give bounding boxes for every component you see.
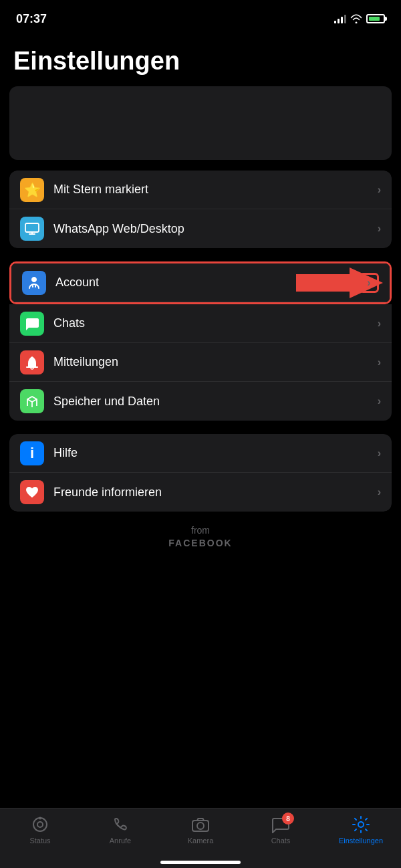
settings-group-3: i Hilfe › Freunde informieren ›	[9, 434, 392, 512]
invite-row[interactable]: Freunde informieren ›	[9, 473, 392, 512]
status-tab-icon	[31, 815, 49, 834]
battery-icon	[366, 14, 385, 23]
help-label: Hilfe	[53, 446, 378, 460]
status-time: 07:37	[16, 12, 47, 26]
notifications-label: Mitteilungen	[53, 355, 378, 369]
notifications-row[interactable]: Mitteilungen ›	[9, 343, 392, 382]
notifications-chevron: ›	[378, 356, 381, 368]
storage-row[interactable]: Speicher und Daten ›	[9, 382, 392, 421]
chats-badge: 8	[282, 812, 294, 825]
settings-tab-icon	[352, 815, 370, 834]
tab-camera[interactable]: Kamera	[160, 815, 241, 845]
chats-icon	[20, 312, 44, 336]
camera-tab-label: Kamera	[188, 837, 214, 845]
help-chevron: ›	[378, 447, 381, 459]
chats-row[interactable]: Chats ›	[9, 304, 392, 343]
camera-tab-icon	[191, 815, 210, 834]
web-icon	[20, 217, 44, 241]
svg-point-12	[197, 823, 204, 829]
tab-bar: Status Anrufe Kamera 8 Chats	[0, 808, 401, 868]
notifications-icon	[20, 350, 44, 374]
page-title: Einstellungen	[0, 33, 401, 86]
account-chevron-box: ›	[359, 273, 379, 293]
help-icon: i	[20, 441, 44, 465]
storage-chevron: ›	[378, 395, 381, 407]
storage-label: Speicher und Daten	[53, 395, 378, 409]
settings-tab-label: Einstellungen	[339, 837, 383, 845]
svg-rect-0	[25, 223, 39, 232]
svg-point-8	[33, 818, 47, 831]
svg-rect-4	[35, 285, 36, 288]
tab-settings[interactable]: Einstellungen	[321, 815, 401, 845]
settings-group-2: Account › Chats › Mitteilungen ›	[9, 261, 392, 421]
svg-rect-3	[32, 285, 33, 288]
account-row[interactable]: Account ›	[11, 263, 390, 302]
signal-icon	[334, 14, 346, 23]
tab-chats[interactable]: 8 Chats	[241, 815, 321, 845]
status-icons	[334, 14, 385, 23]
help-row[interactable]: i Hilfe ›	[9, 434, 392, 473]
wifi-icon	[350, 14, 362, 23]
starred-chevron: ›	[378, 184, 381, 196]
invite-label: Freunde informieren	[53, 485, 378, 500]
settings-group-1: ⭐ Mit Stern markiert › WhatsApp Web/Desk…	[9, 171, 392, 248]
chats-chevron: ›	[378, 318, 381, 330]
facebook-text: FACEBOOK	[168, 538, 232, 548]
svg-point-13	[358, 822, 364, 827]
chats-tab-label: Chats	[271, 837, 291, 845]
from-text: from	[0, 525, 401, 536]
profile-card[interactable]	[9, 86, 392, 160]
status-bar: 07:37	[0, 0, 401, 33]
web-label: WhatsApp Web/Desktop	[53, 222, 378, 236]
starred-icon: ⭐	[20, 178, 44, 202]
svg-point-9	[37, 822, 43, 827]
from-facebook: from FACEBOOK	[0, 512, 401, 556]
home-indicator	[160, 861, 241, 864]
chats-label: Chats	[53, 316, 378, 330]
invite-icon	[20, 480, 44, 504]
status-tab-label: Status	[29, 837, 50, 845]
chats-tab-icon: 8	[271, 815, 290, 834]
web-row[interactable]: WhatsApp Web/Desktop ›	[9, 209, 392, 248]
tab-status[interactable]: Status	[0, 815, 80, 845]
storage-icon	[20, 389, 44, 413]
invite-chevron: ›	[378, 486, 381, 498]
calls-tab-label: Anrufe	[110, 837, 131, 845]
web-chevron: ›	[378, 223, 381, 235]
account-icon	[22, 271, 46, 295]
tab-calls[interactable]: Anrufe	[80, 815, 160, 845]
svg-point-10	[39, 817, 41, 820]
svg-rect-6	[26, 366, 38, 368]
starred-row[interactable]: ⭐ Mit Stern markiert ›	[9, 171, 392, 209]
account-highlight-box: Account ›	[9, 261, 392, 304]
calls-tab-icon	[111, 815, 130, 834]
starred-label: Mit Stern markiert	[53, 183, 378, 197]
